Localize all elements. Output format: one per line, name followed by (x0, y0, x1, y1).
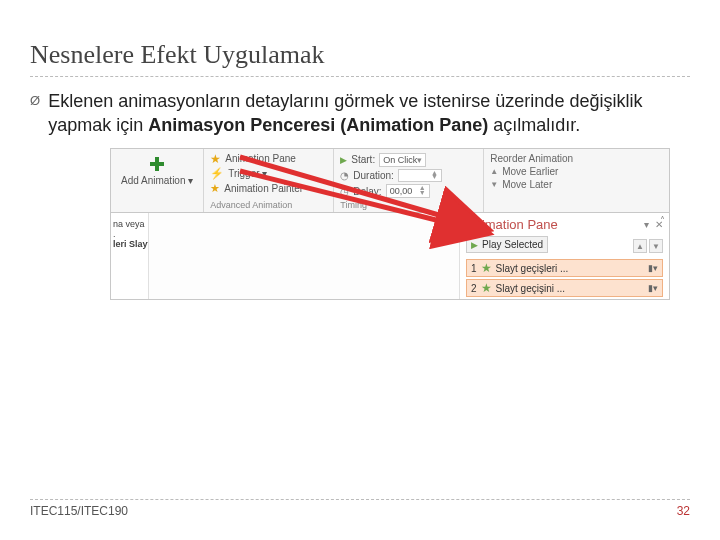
anim-item-num: 1 (471, 263, 477, 274)
anim-item-label: Slayt geçişleri ... (496, 263, 569, 274)
anim-item-label: Slayt geçişini ... (496, 283, 565, 294)
trigger-label: Trigger ▾ (228, 168, 267, 179)
duration-field[interactable]: ▲▼ (398, 169, 442, 183)
down-icon: ▼ (490, 180, 498, 189)
timing-group-label: Timing (340, 200, 367, 210)
thumb-dot: . (113, 229, 146, 239)
trigger-icon: ⚡ (210, 167, 224, 180)
anim-item-dropdown[interactable]: ▮▾ (648, 263, 658, 273)
play-icon: ▶ (471, 240, 478, 250)
bullet-marker: Ø (30, 89, 40, 108)
animation-pane-button[interactable]: ★ Animation Pane (210, 153, 303, 165)
duration-icon: ◔ (340, 170, 349, 181)
pane-star-icon: ★ (210, 153, 221, 165)
bullet-text: Eklenen animasyonların detaylarını görme… (48, 89, 690, 138)
pane-up-button[interactable]: ▲ (633, 239, 647, 253)
animation-item[interactable]: 2 ★ Slayt geçişini ... ▮▾ (466, 279, 663, 297)
delay-icon: ◷ (340, 186, 349, 197)
delay-label: Delay: (353, 186, 381, 197)
painter-label: Animation Painter (224, 183, 303, 194)
collapse-icon[interactable]: ˄ (656, 213, 669, 228)
move-later-label: Move Later (502, 179, 552, 190)
animation-pane-label: Animation Pane (225, 153, 296, 164)
pane-down-button[interactable]: ▼ (649, 239, 663, 253)
chevron-down-icon: ▾ (417, 155, 422, 165)
reorder-pane-buttons: ▲ ▼ (633, 239, 663, 253)
footer: ITEC115/ITEC190 32 (30, 499, 690, 518)
animation-pane: ˄ Animation Pane ▾ ✕ ▶ Play Selected ▲ ▼ (459, 213, 669, 299)
anim-item-num: 2 (471, 283, 477, 294)
start-label: Start: (351, 154, 375, 165)
painter-icon: ★ (210, 182, 220, 195)
footer-left: ITEC115/ITEC190 (30, 504, 128, 518)
reorder-header: Reorder Animation (490, 153, 573, 164)
delay-field[interactable]: 00,00 ▲▼ (386, 184, 430, 198)
delay-value: 00,00 (390, 186, 413, 196)
thumb-line1: na veya (113, 219, 146, 229)
duration-spinner[interactable]: ▲▼ (431, 171, 438, 181)
play-selected-label: Play Selected (482, 239, 543, 250)
animation-item[interactable]: 1 ★ Slayt geçişleri ... ▮▾ (466, 259, 663, 277)
animation-painter-button[interactable]: ★ Animation Painter (210, 182, 303, 195)
chevron-down-icon[interactable]: ▾ (644, 219, 649, 230)
add-animation-label: Add Animation ▾ (121, 175, 193, 186)
slide-canvas (149, 213, 459, 299)
play-selected-button[interactable]: ▶ Play Selected (466, 236, 548, 253)
thumbnail-pane: na veya . leri Slayt (111, 213, 149, 299)
bullet-item: Ø Eklenen animasyonların detaylarını gör… (30, 89, 690, 138)
page-title: Nesnelere Efekt Uygulamak (30, 40, 690, 77)
move-earlier-label: Move Earlier (502, 166, 558, 177)
start-icon: ▶ (340, 155, 347, 165)
start-value: On Click (383, 155, 417, 165)
anim-item-dropdown[interactable]: ▮▾ (648, 283, 658, 293)
plus-icon (148, 155, 166, 173)
duration-label: Duration: (353, 170, 394, 181)
start-dropdown[interactable]: On Click ▾ (379, 153, 426, 167)
anim-item-star-icon: ★ (481, 282, 492, 294)
ribbon-screenshot: Add Animation ▾ ★ Animation Pane ⚡ Trigg… (110, 148, 670, 301)
thumb-line2: leri Slayt (113, 239, 146, 249)
animation-pane-title: Animation Pane (466, 217, 558, 232)
move-earlier-button[interactable]: ▲ Move Earlier (490, 166, 573, 177)
bullet-text-post: açılmalıdır. (488, 115, 580, 135)
page-number: 32 (677, 504, 690, 518)
add-animation-button[interactable]: Add Animation ▾ (117, 153, 197, 188)
move-later-button[interactable]: ▼ Move Later (490, 179, 573, 190)
trigger-button[interactable]: ⚡ Trigger ▾ (210, 167, 303, 180)
anim-item-star-icon: ★ (481, 262, 492, 274)
up-icon: ▲ (490, 167, 498, 176)
delay-spinner[interactable]: ▲▼ (419, 186, 426, 196)
bullet-text-bold: Animasyon Penceresi (Animation Pane) (148, 115, 488, 135)
advanced-group-label: Advanced Animation (210, 200, 292, 210)
